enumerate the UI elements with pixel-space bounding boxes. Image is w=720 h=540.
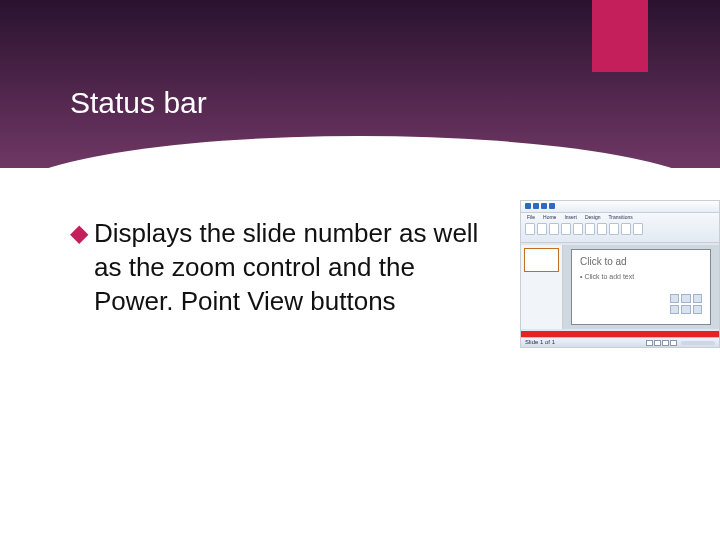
bullet-icon: ◆ (70, 216, 88, 318)
ppt-slide-body-placeholder: • Click to add text (580, 273, 702, 280)
bullet-item: ◆ Displays the slide number as well as t… (70, 216, 500, 318)
ppt-canvas: Click to ad • Click to add text (563, 245, 719, 329)
ppt-status-area: Slide 1 of 1 (521, 331, 719, 347)
quick-access-toolbar (525, 203, 555, 209)
powerpoint-screenshot: File Home Insert Design Transitions Clic… (520, 200, 720, 348)
slide-header: Status bar (0, 0, 720, 168)
slide-number-indicator: Slide 1 of 1 (525, 339, 555, 345)
ppt-titlebar (521, 201, 719, 213)
slide-title: Status bar (70, 86, 207, 120)
ppt-slide: Click to ad • Click to add text (571, 249, 711, 325)
accent-tab (592, 0, 648, 72)
ribbon-tab: Home (541, 214, 558, 220)
ppt-ribbon: File Home Insert Design Transitions (521, 213, 719, 243)
bullet-text: Displays the slide number as well as the… (94, 216, 500, 318)
ppt-thumbnail-pane (521, 245, 563, 329)
zoom-slider (681, 341, 715, 345)
view-buttons (646, 340, 677, 346)
ppt-slide-title-placeholder: Click to ad (580, 256, 702, 267)
ribbon-tab: Transitions (607, 214, 635, 220)
ribbon-tab: Design (583, 214, 603, 220)
ppt-status-bar: Slide 1 of 1 (521, 337, 719, 347)
ppt-workarea: Click to ad • Click to add text (521, 245, 719, 329)
ppt-slide-thumbnail (524, 248, 559, 272)
ribbon-tab: File (525, 214, 537, 220)
slide-body: ◆ Displays the slide number as well as t… (70, 216, 500, 318)
ppt-content-icons (670, 294, 702, 314)
ppt-ribbon-tools (521, 221, 719, 237)
ribbon-tab: Insert (562, 214, 579, 220)
ppt-ribbon-tabs: File Home Insert Design Transitions (521, 213, 719, 221)
